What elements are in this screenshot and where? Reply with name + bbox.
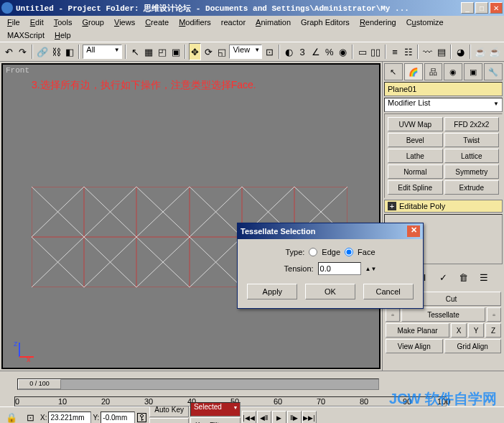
btn-x[interactable]: X (451, 323, 467, 338)
tess-more[interactable]: ▫ (487, 307, 501, 322)
menu-modifiers[interactable]: Modifiers (174, 17, 215, 27)
window-crossing-button[interactable]: ▣ (169, 43, 182, 60)
btn-uvwmap[interactable]: UVW Map (388, 117, 443, 131)
maximize-button[interactable]: □ (475, 2, 488, 14)
quick-render-button[interactable]: ☕ (488, 43, 501, 60)
menu-reactor[interactable]: reactor (217, 17, 250, 27)
ref-coord-dropdown[interactable]: View (229, 45, 262, 59)
next-frame-button[interactable]: Ⅱ▶ (287, 411, 302, 424)
manipulate-button[interactable]: ◐ (283, 43, 295, 60)
time-slider[interactable]: 0 / 100 (17, 378, 379, 390)
key-mode-dropdown[interactable]: Selected (190, 402, 241, 417)
menu-help[interactable]: Help (50, 30, 75, 40)
unique-icon[interactable]: ✓ (435, 269, 452, 286)
prev-frame-button[interactable]: ◀Ⅱ (257, 411, 271, 424)
btn-extrude[interactable]: Extrude (444, 180, 500, 195)
btn-lattice[interactable]: Lattice (444, 149, 500, 163)
menu-graph-editors[interactable]: Graph Editors (297, 17, 354, 27)
btn-viewalign[interactable]: View Align (386, 339, 443, 353)
layers-button[interactable]: ☷ (403, 43, 415, 60)
align-button[interactable]: ≡ (389, 43, 401, 60)
menu-create[interactable]: Create (141, 17, 173, 27)
menu-file[interactable]: File (3, 17, 24, 27)
menu-tools[interactable]: Tools (50, 17, 77, 27)
abs-transform-icon[interactable]: ⊡ (22, 409, 39, 424)
menu-customize[interactable]: Customize (402, 17, 448, 27)
move-button[interactable]: ✥ (189, 43, 201, 60)
pivot-button[interactable]: ⊡ (263, 43, 276, 60)
btn-z[interactable]: Z (485, 323, 501, 338)
redo-button[interactable]: ↷ (17, 43, 29, 60)
lock-icon[interactable]: 🔒 (3, 409, 20, 424)
scale-button[interactable]: ◱ (216, 43, 228, 60)
viewport-front[interactable]: Front 3.选择所有边，执行如下操作，注意类型选择Face. (1, 63, 381, 369)
link-button[interactable]: 🔗 (36, 43, 49, 60)
rotate-button[interactable]: ⟳ (202, 43, 215, 60)
btn-normal[interactable]: Normal (388, 164, 443, 179)
menu-maxscript[interactable]: MAXScript (3, 30, 49, 40)
time-handle[interactable]: 0 / 100 (18, 379, 61, 389)
selection-filter-dropdown[interactable]: All (83, 45, 121, 59)
btn-tessellate[interactable]: Tessellate (401, 307, 485, 322)
remove-icon[interactable]: 🗑 (455, 269, 472, 286)
goto-start-button[interactable]: |◀◀ (242, 411, 256, 424)
btn-symmetry[interactable]: Symmetry (444, 164, 500, 179)
btn-y[interactable]: Y (468, 323, 484, 338)
snap-button[interactable]: 3 (297, 43, 309, 60)
ok-button[interactable]: OK (305, 284, 355, 299)
dialog-close-button[interactable]: ✕ (407, 226, 420, 237)
minimize-button[interactable]: _ (461, 2, 474, 14)
btn-editspline[interactable]: Edit Spline (388, 180, 443, 195)
tab-motion[interactable]: ◉ (444, 63, 462, 80)
tab-display[interactable]: ▣ (464, 63, 482, 80)
play-button[interactable]: ▶ (272, 411, 286, 424)
mirror-button[interactable]: ▯▯ (370, 43, 382, 60)
y-coord-input[interactable] (101, 412, 135, 424)
goto-end-button[interactable]: ▶▶| (302, 411, 317, 424)
spinner-buttons[interactable]: ▲▼ (365, 266, 377, 272)
btn-ffd[interactable]: FFD 2x2x2 (444, 117, 500, 131)
menu-views[interactable]: Views (110, 17, 139, 27)
material-button[interactable]: ◕ (454, 43, 467, 60)
menu-rendering[interactable]: Rendering (355, 17, 401, 27)
schematic-button[interactable]: ▤ (435, 43, 447, 60)
menu-animation[interactable]: Animation (251, 17, 295, 27)
expand-icon[interactable]: + (388, 202, 396, 210)
percent-snap-button[interactable]: % (323, 43, 335, 60)
cancel-button[interactable]: Cancel (363, 284, 414, 299)
render-scene-button[interactable]: ☕ (474, 43, 487, 60)
angle-snap-button[interactable]: ∠ (310, 43, 322, 60)
menu-group[interactable]: Group (78, 17, 108, 27)
curve-editor-button[interactable]: 〰 (421, 43, 434, 60)
tab-create[interactable]: ↖ (384, 63, 403, 80)
key-filters-button[interactable]: Key Filters... (190, 417, 241, 423)
unlink-button[interactable]: ⛓ (50, 43, 62, 60)
tess-settings[interactable]: ▫ (386, 307, 400, 322)
spinner-snap-button[interactable]: ◉ (337, 43, 349, 60)
tab-modify[interactable]: 🌈 (404, 63, 423, 80)
undo-button[interactable]: ↶ (3, 43, 15, 60)
btn-gridalign[interactable]: Grid Align (444, 339, 502, 353)
select-button[interactable]: ↖ (129, 43, 141, 60)
modifier-list-dropdown[interactable]: Modifier List (384, 98, 503, 112)
btn-twist[interactable]: Twist (444, 133, 500, 147)
select-name-button[interactable]: ▦ (143, 43, 155, 60)
face-radio[interactable] (345, 248, 353, 256)
bind-button[interactable]: ◧ (63, 43, 75, 60)
close-button[interactable]: ✕ (490, 2, 503, 14)
tab-hierarchy[interactable]: 品 (424, 63, 443, 80)
select-region-button[interactable]: ◰ (156, 43, 168, 60)
btn-bevel[interactable]: Bevel (388, 133, 443, 147)
btn-lathe[interactable]: Lathe (388, 149, 443, 163)
named-sel-button[interactable]: ▭ (356, 43, 368, 60)
apply-button[interactable]: Apply (247, 284, 297, 299)
modifier-stack-item[interactable]: + Editable Poly (384, 200, 503, 213)
configure-icon[interactable]: ☰ (475, 269, 493, 286)
tension-input[interactable] (318, 262, 361, 275)
x-coord-input[interactable] (48, 412, 91, 424)
btn-makeplanar[interactable]: Make Planar (386, 323, 449, 338)
set-key-button[interactable]: Set Key (149, 418, 189, 423)
tab-utilities[interactable]: 🔧 (484, 63, 503, 80)
edge-radio[interactable] (309, 248, 317, 256)
menu-edit[interactable]: Edit (26, 17, 48, 27)
